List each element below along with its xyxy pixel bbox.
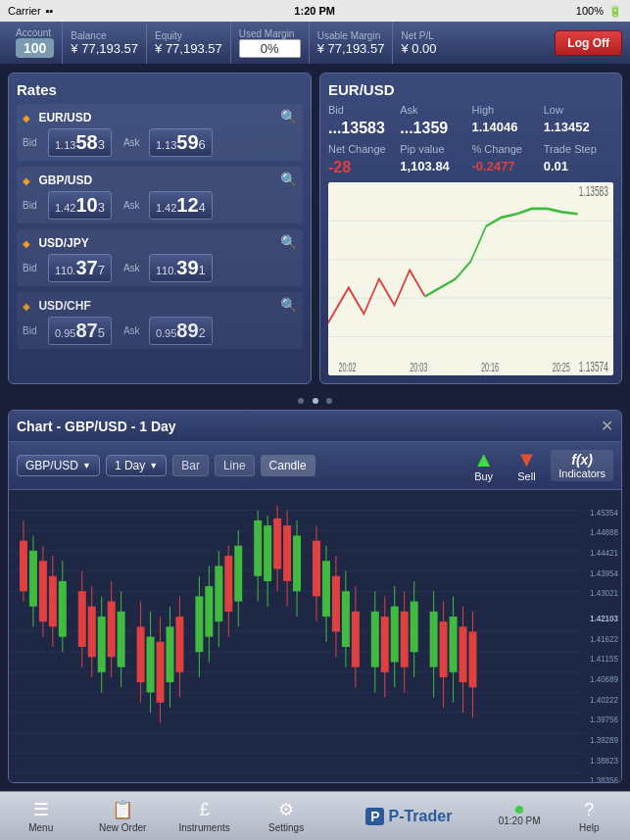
list-item: ◆ USD/CHF 🔍 Bid 0.95 87 5 Ask 0.95 — [17, 292, 303, 349]
balance-label: Balance — [71, 30, 138, 41]
line-button[interactable]: Line — [215, 455, 255, 476]
fx-icon: f(x) — [571, 452, 593, 468]
svg-text:1.38356: 1.38356 — [590, 776, 618, 783]
ask-label: Ask — [123, 263, 145, 273]
ask-price-box[interactable]: 0.95 89 2 — [149, 317, 213, 345]
bid-main: 58 — [75, 131, 97, 154]
buy-button[interactable]: ▲ Buy — [465, 447, 503, 484]
instruments-icon: £ — [200, 800, 210, 820]
ask-price-box[interactable]: 1.13 59 6 — [149, 128, 213, 157]
svg-rect-97 — [430, 612, 438, 667]
pair-selector[interactable]: GBP/USD ▼ — [17, 455, 100, 476]
svg-text:1.44888: 1.44888 — [590, 528, 618, 537]
bottom-nav: ☰ Menu 📋 New Order £ Instruments ⚙ Setti… — [0, 791, 630, 840]
carrier-label: Carrier — [8, 5, 41, 17]
svg-rect-47 — [137, 626, 145, 682]
pair-name-eurusd: ◆ EUR/USD — [23, 108, 91, 125]
battery-label: 100% — [576, 5, 604, 17]
account-header: Account 100 Balance ¥ 77,193.57 Equity ¥… — [0, 22, 630, 65]
equity-col: Equity ¥ 77,193.57 — [147, 22, 231, 64]
nav-item-help[interactable]: ? Help — [549, 792, 630, 840]
bid-price-box[interactable]: 0.95 87 5 — [48, 317, 112, 345]
svg-text:1.44421: 1.44421 — [590, 549, 618, 558]
pagination-dots — [0, 388, 630, 410]
ask-suffix: 2 — [199, 325, 206, 340]
diamond-icon: ◆ — [23, 113, 30, 124]
candle-button[interactable]: Candle — [261, 455, 315, 476]
magnify-icon[interactable]: 🔍 — [280, 297, 297, 313]
ask-price-box[interactable]: 1.42 12 4 — [149, 191, 213, 220]
bid-ask-row-gbpusd: Bid 1.42 10 3 Ask 1.42 12 4 — [23, 191, 297, 220]
ask-main: 39 — [176, 257, 198, 279]
used-margin-value: 0% — [239, 39, 301, 58]
nav-item-menu[interactable]: ☰ Menu — [0, 792, 81, 840]
usable-margin-value: ¥ 77,193.57 — [317, 41, 385, 56]
balance-value: ¥ 77,193.57 — [71, 41, 138, 56]
sell-button[interactable]: ▼ Sell — [509, 447, 546, 484]
bid-label: Bid — [23, 200, 44, 211]
bid-label: Bid — [23, 325, 44, 336]
wifi-icon: ▪▪ — [46, 5, 54, 17]
ask-label: Ask — [123, 137, 145, 148]
usable-margin-label: Usable Margin — [317, 30, 385, 41]
magnify-icon[interactable]: 🔍 — [280, 234, 297, 250]
eurusd-mini-chart: 1.13583 1.13574 20:02 20:03 20:16 20:25 — [328, 182, 613, 375]
ask-price-box[interactable]: 110. 39 1 — [149, 254, 213, 282]
pair-selector-value: GBP/USD — [25, 459, 78, 472]
eurusd-detail-panel: EUR/USD Bid Ask High Low ...13583 ...135… — [319, 73, 622, 384]
log-off-button[interactable]: Log Off — [555, 30, 622, 56]
net-pl-label: Net P/L — [401, 30, 436, 41]
bid-price-box[interactable]: 1.13 58 3 — [48, 128, 112, 157]
used-margin-label: Used Margin — [239, 28, 301, 39]
bid-prefix: 1.13 — [55, 139, 75, 151]
ask-suffix: 6 — [199, 137, 206, 152]
high-value: 1.14046 — [472, 120, 542, 137]
buy-label: Buy — [474, 470, 493, 482]
pair-header-gbpusd: ◆ GBP/USD 🔍 — [23, 171, 297, 188]
indicators-button[interactable]: f(x) Indicators — [551, 450, 613, 481]
svg-rect-83 — [342, 591, 350, 647]
help-icon: ? — [584, 800, 594, 820]
svg-rect-0 — [328, 182, 613, 375]
svg-rect-91 — [391, 607, 399, 663]
svg-text:1.13583: 1.13583 — [579, 183, 608, 199]
nav-time: 01:20 PM — [499, 815, 541, 826]
nav-item-settings[interactable]: ⚙ Settings — [245, 792, 326, 840]
svg-rect-67 — [254, 520, 262, 576]
nav-item-new-order[interactable]: 📋 New Order — [81, 792, 163, 840]
nav-item-instruments[interactable]: £ Instruments — [164, 792, 245, 840]
bid-prefix: 0.95 — [55, 327, 75, 339]
brand-logo: P P-Trader — [365, 808, 452, 825]
pair-header-usdchf: ◆ USD/CHF 🔍 — [23, 296, 297, 314]
account-number: 100 — [16, 38, 54, 58]
svg-rect-81 — [332, 576, 340, 632]
net-pl-col: Net P/L ¥ 0.00 — [393, 22, 444, 64]
svg-text:1.41622: 1.41622 — [590, 635, 618, 644]
close-icon[interactable]: ✕ — [601, 417, 613, 435]
bar-button[interactable]: Bar — [172, 455, 209, 476]
low-value: 1.13452 — [544, 120, 613, 137]
svg-rect-95 — [411, 602, 418, 653]
net-pl-value: ¥ 0.00 — [401, 41, 436, 56]
pair-label: GBP/USD — [38, 173, 92, 187]
list-item: ◆ USD/JPY 🔍 Bid 110. 37 7 Ask 110. — [17, 229, 303, 286]
magnify-icon[interactable]: 🔍 — [280, 109, 297, 124]
bid-price-box[interactable]: 1.42 10 3 — [48, 191, 112, 220]
svg-rect-41 — [98, 617, 106, 672]
chart-area: 1.45354 1.44888 1.44421 1.43954 1.43021 … — [9, 490, 621, 783]
pair-label: EUR/USD — [38, 111, 91, 124]
bid-price-box[interactable]: 110. 37 7 — [48, 254, 112, 282]
svg-text:20:03: 20:03 — [410, 361, 427, 373]
bid-big-value: ...13583 — [328, 120, 398, 137]
svg-rect-61 — [215, 566, 222, 621]
online-indicator — [515, 806, 523, 814]
svg-rect-103 — [460, 626, 467, 682]
svg-rect-49 — [147, 637, 155, 693]
period-selector[interactable]: 1 Day ▼ — [106, 455, 167, 476]
bid-ask-row-usdchf: Bid 0.95 87 5 Ask 0.95 89 2 — [23, 317, 297, 345]
brand-area: P P-Trader — [327, 808, 491, 825]
magnify-icon[interactable]: 🔍 — [280, 172, 297, 187]
svg-text:1.13574: 1.13574 — [579, 359, 608, 374]
chart-panel: Chart - GBP/USD - 1 Day ✕ GBP/USD ▼ 1 Da… — [8, 410, 622, 783]
svg-text:1.41155: 1.41155 — [590, 655, 618, 664]
